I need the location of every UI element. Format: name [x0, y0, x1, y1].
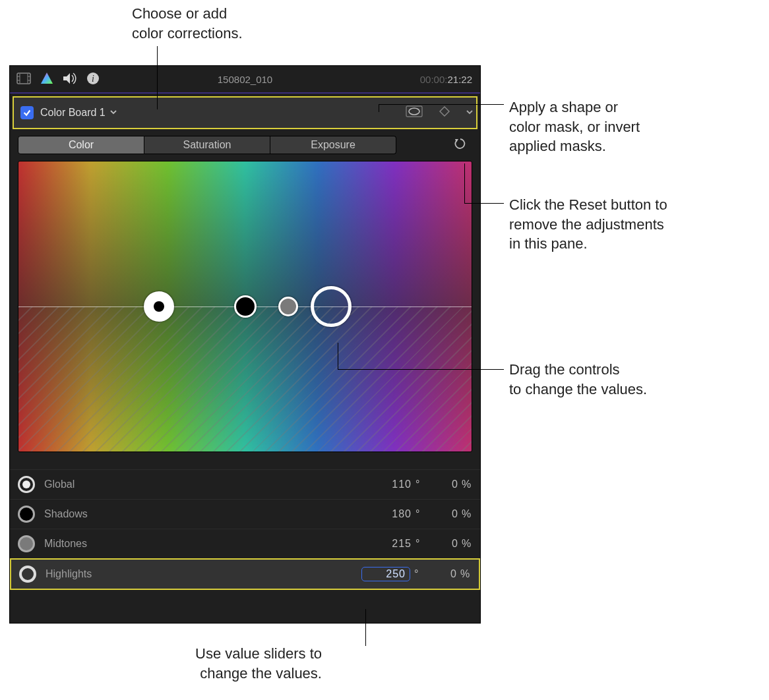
param-label: Global: [44, 479, 75, 490]
leader-mask-v: [379, 104, 379, 112]
callout-sliders: Use value sliders to change the values.: [195, 644, 322, 683]
leader-drag-h: [338, 369, 504, 370]
correction-header-row: Color Board 1: [13, 96, 477, 129]
hue-value[interactable]: 215: [372, 538, 412, 550]
param-label: Midtones: [44, 538, 87, 550]
param-row-midtones: Midtones 215 ° 0 %: [10, 529, 480, 558]
param-label: Shadows: [44, 508, 88, 520]
tab-exposure[interactable]: Exposure: [270, 136, 396, 154]
pct-value[interactable]: 0: [426, 538, 458, 550]
pane-tabs-row: Color Saturation Exposure: [10, 132, 480, 161]
keyframe-diamond-icon[interactable]: [439, 106, 450, 119]
param-row-global: Global 110 ° 0 %: [10, 469, 480, 499]
correction-enable-checkbox[interactable]: [20, 106, 34, 119]
timecode: 00:00:21:22: [420, 74, 472, 85]
svg-marker-13: [440, 107, 449, 116]
degree-symbol: °: [415, 508, 422, 520]
callout-choose: Choose or add color corrections.: [132, 4, 243, 43]
param-list: Global 110 ° 0 % Shadows 180 ° 0 %: [10, 469, 480, 590]
callout-mask: Apply a shape or color mask, or invert a…: [509, 98, 640, 156]
leader-choose: [157, 46, 158, 109]
hue-value-editing[interactable]: 250: [361, 567, 410, 581]
percent-symbol: %: [462, 538, 472, 550]
reset-button[interactable]: [454, 137, 472, 154]
swatch-midtones: [18, 535, 35, 552]
puck-midtones[interactable]: [278, 297, 298, 316]
hue-value[interactable]: 110: [372, 479, 412, 490]
hue-field-bottom: [18, 306, 472, 452]
swatch-highlights: [19, 566, 36, 583]
callout-reset: Click the Reset button to remove the adj…: [509, 195, 667, 254]
hue-field-top: [18, 161, 472, 306]
degree-symbol: °: [415, 538, 422, 550]
pane-tabs: Color Saturation Exposure: [18, 136, 396, 154]
leader-reset-h: [464, 203, 504, 204]
mask-shape-button[interactable]: [405, 105, 423, 121]
inspector-panel: i 150802_010 00:00:21:22 Color Board 1: [9, 65, 481, 624]
swatch-global: [18, 476, 35, 493]
leader-mask-h: [379, 104, 504, 105]
callout-drag: Drag the controls to change the values.: [509, 360, 647, 399]
chevron-down-icon: [109, 107, 117, 119]
swatch-shadows: [18, 506, 35, 523]
clip-name: 150802_010: [10, 74, 480, 85]
hue-value[interactable]: 180: [372, 508, 412, 520]
percent-symbol: %: [460, 568, 471, 580]
svg-point-12: [409, 108, 419, 115]
inspector-header: i 150802_010 00:00:21:22: [10, 66, 480, 92]
mask-menu-chevron[interactable]: [466, 107, 474, 119]
percent-symbol: %: [462, 479, 472, 490]
correction-name: Color Board 1: [40, 107, 106, 119]
puck-global[interactable]: [144, 291, 174, 322]
leader-reset-v: [464, 163, 465, 203]
header-divider: [10, 92, 480, 94]
pct-value[interactable]: 0: [426, 508, 458, 520]
pct-value[interactable]: 0: [426, 479, 458, 490]
correction-selector[interactable]: Color Board 1: [40, 107, 117, 119]
param-row-highlights: Highlights 250 ° 0 %: [10, 558, 480, 590]
percent-symbol: %: [462, 508, 472, 520]
puck-shadows[interactable]: [234, 295, 257, 318]
pct-value[interactable]: 0: [425, 568, 456, 580]
degree-symbol: °: [414, 568, 421, 580]
tab-color[interactable]: Color: [18, 136, 144, 154]
color-board[interactable]: [18, 161, 472, 452]
param-row-shadows: Shadows 180 ° 0 %: [10, 499, 480, 529]
puck-highlights[interactable]: [311, 286, 352, 327]
degree-symbol: °: [415, 479, 422, 490]
leader-drag-v: [338, 343, 338, 369]
tab-saturation[interactable]: Saturation: [144, 136, 270, 154]
leader-sliders: [365, 609, 366, 646]
param-label: Highlights: [46, 568, 92, 580]
